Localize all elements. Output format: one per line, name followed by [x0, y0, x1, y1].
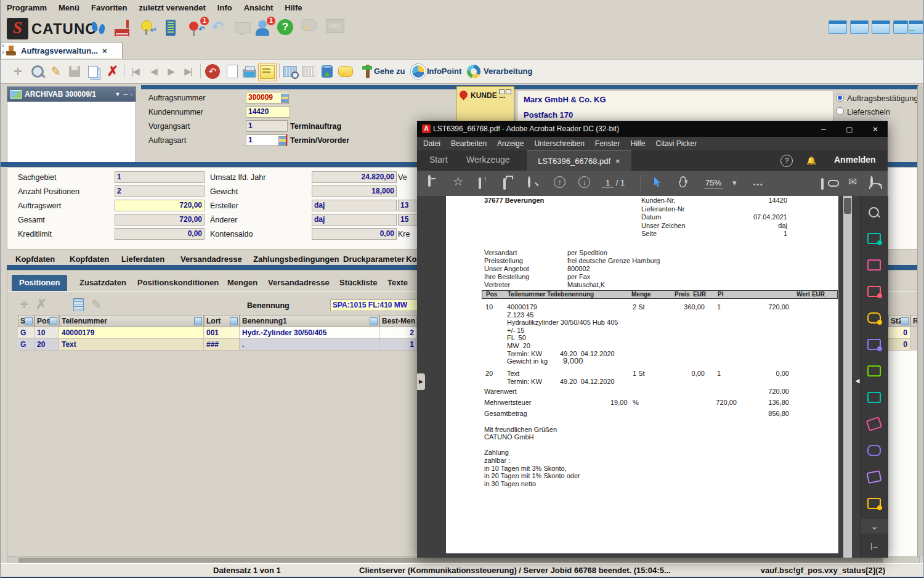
table-cell[interactable]: 10: [34, 327, 59, 339]
table-cell[interactable]: 20: [34, 339, 59, 351]
kreditlimit-field[interactable]: 0,00: [115, 228, 205, 240]
email-icon[interactable]: [848, 176, 857, 189]
kundennummer-field[interactable]: 14420: [246, 106, 290, 118]
protect-pdf-icon[interactable]: [867, 445, 881, 456]
archivab-header[interactable]: ARCHIVAB 300009/1 ▼─▫: [7, 87, 136, 102]
table-cell[interactable]: 001: [204, 327, 240, 339]
radio-lieferschein[interactable]: [836, 107, 844, 115]
export-data-button[interactable]: [318, 63, 336, 80]
position-edit-button[interactable]: ✎: [88, 296, 105, 313]
tab-zusatzdaten[interactable]: Zusatzdaten: [72, 275, 134, 291]
vorgangsart-field[interactable]: 1: [246, 120, 288, 132]
table-cell[interactable]: 0: [888, 327, 910, 339]
kontensaldo-field[interactable]: 0,00: [312, 228, 397, 240]
pin-return-icon[interactable]: ↶ 1: [188, 19, 206, 38]
page-indicator[interactable]: 1 / 1: [602, 178, 625, 187]
edit-button[interactable]: ✎: [47, 63, 65, 80]
tab-kopfdaten-1[interactable]: Kopfdaten: [15, 254, 55, 264]
comment-button[interactable]: [337, 63, 354, 80]
filter-icon[interactable]: [49, 317, 57, 325]
table-cell[interactable]: Hydr.-Zylinder 30/50/405: [240, 327, 379, 339]
col-header-teilenummer[interactable]: Teilenummer: [59, 315, 204, 327]
aenderer-field[interactable]: daj: [312, 214, 397, 226]
umsatz-field[interactable]: 24.820,00: [312, 171, 397, 183]
auftragswert-field[interactable]: 720,00: [115, 200, 205, 211]
gewicht-field[interactable]: 18,000: [312, 185, 397, 197]
ersteller-field[interactable]: daj: [312, 200, 397, 211]
tab-document[interactable]: LST6396_66768.pdf: [527, 150, 631, 171]
create-pdf-icon[interactable]: [867, 286, 881, 297]
pdf-vertical-scrollbar[interactable]: [843, 196, 852, 558]
radio-auftragsbestaetigung-label[interactable]: Auftragsbestätigung: [847, 94, 920, 103]
window-layout-1-icon[interactable]: [829, 20, 847, 34]
footprints-icon[interactable]: [90, 19, 108, 38]
find-icon[interactable]: [528, 176, 530, 185]
tab-werkzeuge[interactable]: Werkzeuge: [466, 155, 510, 165]
tab-kopf-clipped[interactable]: Kopf: [406, 254, 417, 264]
auftragsnummer-field[interactable]: 300009: [246, 92, 290, 104]
new-document-button[interactable]: [224, 63, 241, 80]
position-list-button[interactable]: [70, 296, 87, 313]
table-cell[interactable]: ###: [204, 339, 240, 351]
help-icon[interactable]: ?: [277, 19, 296, 38]
support-icon[interactable]: 1: [254, 19, 273, 38]
tab-close-icon[interactable]: [102, 46, 107, 55]
table-cell[interactable]: 2: [379, 327, 417, 339]
print-icon[interactable]: [503, 176, 506, 185]
favorite-star-icon[interactable]: [453, 174, 463, 189]
tab-versandadresse[interactable]: Versandadresse: [180, 254, 242, 264]
table-cell[interactable]: 40000179: [59, 327, 204, 339]
hand-tool-icon[interactable]: [678, 176, 689, 190]
menu-citavi-picker[interactable]: Citavi Picker: [656, 139, 697, 148]
col-header-st[interactable]: St: [18, 315, 34, 327]
notifications-bell-icon[interactable]: [806, 155, 816, 165]
tab-positionskonditionen[interactable]: Positionskonditionen: [130, 275, 226, 291]
export-pdf-icon[interactable]: [867, 233, 881, 244]
infopoint-icon[interactable]: [410, 63, 427, 80]
auftragsart-field[interactable]: 1: [246, 134, 288, 146]
kunde-window-icons[interactable]: [499, 89, 511, 94]
menu-hilfe-acrobat[interactable]: Hilfe: [631, 139, 646, 148]
table-cell[interactable]: 0: [888, 339, 910, 351]
verarbeitung-icon[interactable]: [465, 63, 482, 80]
select-cursor-icon[interactable]: [654, 177, 662, 189]
tab-stueckliste[interactable]: Stückliste: [332, 275, 384, 291]
anzahl-positionen-field[interactable]: 2: [115, 185, 205, 197]
module-tab-auftragsverwaltung[interactable]: Auftragsverwaltun...: [1, 42, 123, 59]
verarbeitung-label[interactable]: Verarbeitung: [484, 67, 532, 76]
server-list-icon[interactable]: [162, 19, 180, 38]
nav-pane-expand-button[interactable]: [417, 373, 425, 390]
sachgebiet-field[interactable]: 1: [115, 171, 205, 183]
window-layout-4-icon[interactable]: [893, 20, 908, 34]
gesamt-field[interactable]: 720,00: [115, 214, 205, 226]
new-record-button[interactable]: +: [9, 63, 26, 80]
vertical-scroll-strip[interactable]: [917, 86, 923, 556]
search-tool-icon[interactable]: [869, 207, 879, 218]
minimize-button[interactable]: [811, 121, 836, 137]
col-header-pos[interactable]: Pos: [34, 315, 59, 327]
table-cell[interactable]: G: [18, 339, 34, 351]
comment-tool-icon[interactable]: [867, 312, 881, 324]
lookup-grid-icon[interactable]: [281, 94, 289, 103]
acrobat-titlebar[interactable]: A LST6396_66768.pdf - Adobe Acrobat Read…: [417, 121, 888, 137]
col-header-lort[interactable]: Lort: [204, 315, 240, 327]
filter-icon[interactable]: [230, 317, 238, 325]
menu-favoriten[interactable]: Favoriten: [91, 3, 128, 12]
tab-positionen[interactable]: Positionen: [12, 275, 67, 291]
tab-lieferdaten[interactable]: Lieferdaten: [121, 254, 164, 264]
open-tools-pane-icon[interactable]: [861, 539, 888, 553]
zoom-level-dropdown[interactable]: 75%: [704, 178, 723, 187]
filter-icon[interactable]: [194, 317, 202, 325]
window-layout-2-icon[interactable]: [850, 20, 869, 34]
benennung-field[interactable]: SPA:1015 FL:410 MW: [330, 299, 421, 311]
copy-button[interactable]: [84, 63, 102, 80]
factory-icon[interactable]: [113, 19, 132, 38]
filter-icon[interactable]: [370, 317, 378, 325]
col-header-benennung1[interactable]: Benennung1: [240, 315, 379, 327]
menu-fenster[interactable]: Fenster: [595, 139, 620, 148]
filter-icon[interactable]: [901, 317, 909, 325]
archivab-controls[interactable]: ▼─▫: [115, 91, 132, 97]
menu-bearbeiten[interactable]: Bearbeiten: [451, 139, 487, 148]
radio-lieferschein-label[interactable]: Lieferschein: [847, 107, 920, 116]
col-header-best-men[interactable]: Best-Men: [379, 315, 417, 327]
